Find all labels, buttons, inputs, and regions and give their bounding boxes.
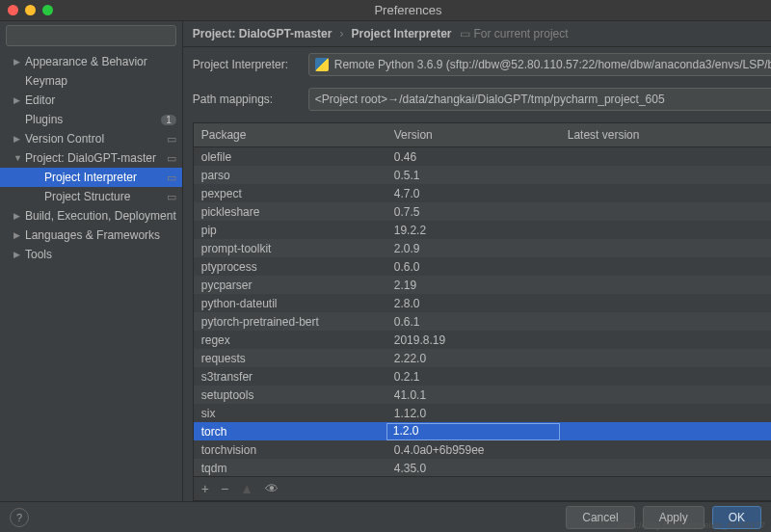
table-row[interactable]: pytorch-pretrained-bert0.6.1 bbox=[194, 312, 771, 331]
header-latest[interactable]: Latest version bbox=[560, 123, 771, 146]
table-row[interactable]: torch1.2.0 bbox=[194, 422, 771, 440]
sidebar-item-tools[interactable]: ▶Tools bbox=[0, 245, 182, 264]
help-button[interactable]: ? bbox=[10, 508, 29, 527]
search-input[interactable] bbox=[6, 25, 176, 46]
sidebar-item-plugins[interactable]: Plugins1 bbox=[0, 110, 182, 129]
package-latest bbox=[560, 339, 771, 341]
upgrade-button[interactable]: ▲ bbox=[240, 481, 253, 496]
table-row[interactable]: python-dateutil2.8.0 bbox=[194, 294, 771, 312]
sidebar-item-version-control[interactable]: ▶Version Control▭ bbox=[0, 129, 182, 148]
package-version: 0.6.1 bbox=[386, 314, 560, 330]
table-row[interactable]: six1.12.0 bbox=[194, 404, 771, 422]
sidebar-item-project-structure[interactable]: Project Structure▭ bbox=[0, 187, 182, 206]
package-latest bbox=[560, 321, 771, 323]
tree-arrow-icon: ▶ bbox=[13, 95, 23, 105]
watermark: https://blog.csdn.net/weixin_40400177 bbox=[618, 520, 765, 530]
table-row[interactable]: pip19.2.2 bbox=[194, 221, 771, 239]
package-latest bbox=[560, 394, 771, 396]
main-area: ▶Appearance & BehaviorKeymap▶EditorPlugi… bbox=[0, 21, 771, 501]
content-panel: Project: DialoGPT-master › Project Inter… bbox=[183, 21, 771, 501]
package-name: regex bbox=[194, 332, 386, 348]
sidebar-item-label: Plugins bbox=[25, 113, 63, 126]
sidebar-item-appearance-behavior[interactable]: ▶Appearance & Behavior bbox=[0, 52, 182, 71]
sidebar-item-label: Version Control bbox=[25, 132, 104, 146]
package-latest bbox=[560, 431, 771, 433]
sidebar-item-build-execution-deployment[interactable]: ▶Build, Execution, Deployment bbox=[0, 206, 182, 226]
package-version: 0.4.0a0+6b959ee bbox=[386, 442, 560, 458]
path-mappings-row: Path mappings: <Project root>→/data/zhan… bbox=[183, 82, 771, 117]
package-version: 41.0.1 bbox=[386, 387, 560, 403]
tree-arrow-icon: ▼ bbox=[13, 153, 23, 163]
sidebar-item-project-interpreter[interactable]: Project Interpreter▭ bbox=[0, 168, 182, 187]
minimize-icon[interactable] bbox=[25, 5, 36, 15]
package-name: requests bbox=[194, 351, 386, 366]
sidebar-item-label: Appearance & Behavior bbox=[25, 55, 147, 68]
table-row[interactable]: s3transfer0.2.1 bbox=[194, 367, 771, 386]
sidebar-item-editor[interactable]: ▶Editor bbox=[0, 91, 182, 110]
package-latest bbox=[560, 358, 771, 359]
package-latest bbox=[560, 229, 771, 231]
breadcrumb-part2: Project Interpreter bbox=[351, 27, 451, 40]
packages-table: Package Version Latest version olefile0.… bbox=[193, 122, 771, 501]
table-row[interactable]: ptyprocess0.6.0 bbox=[194, 257, 771, 276]
package-latest bbox=[560, 174, 771, 176]
package-version: 2.22.0 bbox=[386, 351, 560, 366]
table-row[interactable]: tqdm4.35.0 bbox=[194, 459, 771, 476]
package-name: parso bbox=[194, 168, 386, 183]
show-early-releases-button[interactable]: 👁 bbox=[265, 481, 279, 496]
package-name: pytorch-pretrained-bert bbox=[194, 314, 386, 330]
project-marker-icon: ▭ bbox=[167, 133, 176, 146]
package-version: 0.46 bbox=[386, 149, 560, 165]
table-header: Package Version Latest version bbox=[194, 123, 771, 147]
table-row[interactable]: olefile0.46 bbox=[194, 147, 771, 166]
package-latest bbox=[560, 284, 771, 286]
package-latest bbox=[560, 303, 771, 305]
package-version: 4.35.0 bbox=[386, 461, 560, 476]
table-row[interactable]: pickleshare0.7.5 bbox=[194, 202, 771, 221]
badge: 1 bbox=[161, 115, 176, 125]
tree-arrow-icon: ▶ bbox=[13, 134, 23, 144]
sidebar-item-label: Build, Execution, Deployment bbox=[25, 209, 176, 223]
table-row[interactable]: parso0.5.1 bbox=[194, 166, 771, 184]
table-toolbar: + − ▲ 👁 bbox=[194, 476, 771, 500]
header-package[interactable]: Package bbox=[194, 123, 386, 146]
package-version: 0.6.0 bbox=[386, 259, 560, 275]
table-row[interactable]: prompt-toolkit2.0.9 bbox=[194, 239, 771, 257]
table-row[interactable]: setuptools41.0.1 bbox=[194, 386, 771, 404]
package-version: 2.0.9 bbox=[386, 241, 560, 256]
breadcrumb-part1: Project: DialoGPT-master bbox=[193, 27, 332, 40]
header-version[interactable]: Version bbox=[386, 123, 560, 146]
package-version: 4.7.0 bbox=[386, 186, 560, 201]
sidebar-item-languages-frameworks[interactable]: ▶Languages & Frameworks bbox=[0, 226, 182, 245]
close-icon[interactable] bbox=[8, 5, 18, 15]
project-marker-icon: ▭ bbox=[167, 152, 176, 165]
table-row[interactable]: torchvision0.4.0a0+6b959ee bbox=[194, 440, 771, 459]
table-row[interactable]: pycparser2.19 bbox=[194, 276, 771, 294]
path-mappings-value: <Project root>→/data/zhangkai/DialoGPT/t… bbox=[315, 93, 665, 106]
table-row[interactable]: regex2019.8.19 bbox=[194, 331, 771, 349]
package-latest bbox=[560, 156, 771, 158]
window-controls bbox=[8, 5, 53, 15]
package-latest bbox=[560, 211, 771, 213]
add-button[interactable]: + bbox=[201, 481, 209, 496]
package-version[interactable]: 1.2.0 bbox=[386, 423, 560, 440]
project-marker-icon: ▭ bbox=[167, 172, 176, 184]
maximize-icon[interactable] bbox=[42, 5, 53, 15]
sidebar-item-project-dialogpt-master[interactable]: ▼Project: DialoGPT-master▭ bbox=[0, 148, 182, 168]
table-body[interactable]: olefile0.46parso0.5.1pexpect4.7.0pickles… bbox=[194, 147, 771, 476]
package-name: torch bbox=[194, 424, 386, 439]
scope-hint: ▭ For current project bbox=[460, 27, 569, 40]
table-row[interactable]: pexpect4.7.0 bbox=[194, 184, 771, 202]
package-version: 1.12.0 bbox=[386, 406, 560, 421]
python-icon bbox=[315, 58, 329, 71]
path-mappings-input[interactable]: <Project root>→/data/zhangkai/DialoGPT/t… bbox=[308, 88, 771, 111]
package-latest bbox=[560, 266, 771, 268]
sidebar: ▶Appearance & BehaviorKeymap▶EditorPlugi… bbox=[0, 21, 183, 501]
package-name: pip bbox=[194, 223, 386, 238]
project-marker-icon: ▭ bbox=[167, 191, 176, 203]
interpreter-select[interactable]: Remote Python 3.6.9 (sftp://dbw@52.80.11… bbox=[308, 53, 771, 76]
sidebar-item-keymap[interactable]: Keymap bbox=[0, 71, 182, 91]
package-version: 2.19 bbox=[386, 278, 560, 293]
remove-button[interactable]: − bbox=[221, 481, 228, 496]
table-row[interactable]: requests2.22.0 bbox=[194, 349, 771, 367]
